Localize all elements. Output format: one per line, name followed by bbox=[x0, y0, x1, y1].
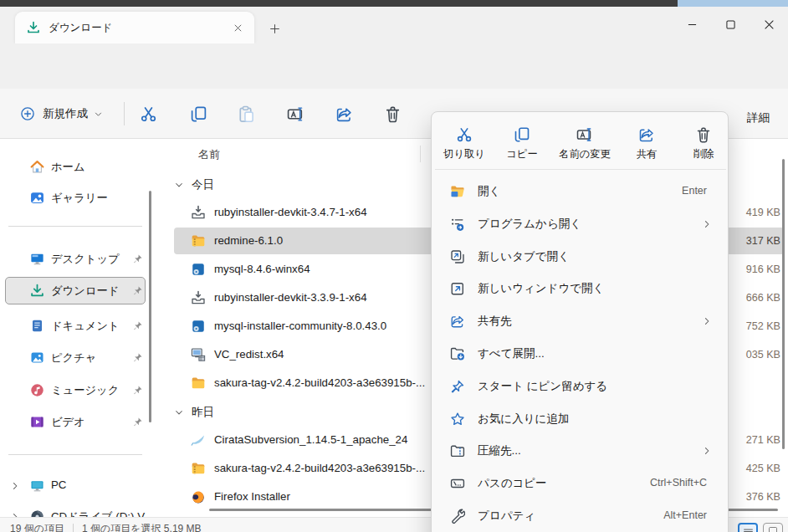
menu-item-shortcut: Enter bbox=[682, 185, 707, 197]
sidebar-item-home[interactable]: ホーム bbox=[0, 153, 156, 182]
menu-item-favorite[interactable]: お気に入りに追加 bbox=[436, 403, 725, 435]
menu-item-extract[interactable]: すべて展開... bbox=[436, 338, 725, 370]
share-icon bbox=[335, 105, 353, 123]
menu-item-label: 新しいウィンドウで開く bbox=[478, 281, 604, 296]
pin-icon bbox=[132, 253, 143, 264]
expand-chevron-icon[interactable] bbox=[10, 481, 20, 491]
menu-item-label: 開く bbox=[478, 184, 500, 199]
menu-command-label: 名前の変更 bbox=[559, 147, 611, 161]
copy-icon bbox=[190, 105, 207, 123]
menu-item-label: お気に入りに追加 bbox=[478, 412, 569, 427]
menu-item-new-window[interactable]: 新しいウィンドウで開く bbox=[436, 273, 725, 304]
documents-icon bbox=[30, 319, 44, 333]
music-icon bbox=[30, 383, 44, 397]
tab-close-button[interactable] bbox=[228, 18, 248, 38]
menu-item-label: パスのコピー bbox=[478, 476, 547, 491]
menu-item-properties[interactable]: プロパティAlt+Enter bbox=[436, 500, 725, 532]
file-explorer-window: { "tab": { "title": "ダウンロード" }, "nav": {… bbox=[0, 0, 788, 532]
sidebar-item-music[interactable]: ミュージック bbox=[0, 376, 156, 405]
file-size: 752 KB bbox=[746, 320, 780, 332]
file-group-header[interactable]: 昨日 bbox=[174, 398, 214, 426]
menu-command-cut[interactable]: 切り取り bbox=[438, 120, 490, 167]
menu-item-shortcut: Ctrl+Shift+C bbox=[650, 477, 707, 489]
menu-item-share[interactable]: 共有先 bbox=[436, 305, 725, 337]
delete-button[interactable] bbox=[376, 99, 409, 129]
menu-command-label: コピー bbox=[506, 147, 537, 161]
delete-icon bbox=[695, 126, 712, 143]
sidebar-item-label: デスクトップ bbox=[51, 252, 120, 267]
menu-command-rename[interactable]: 名前の変更 bbox=[554, 120, 616, 167]
submenu-chevron-icon bbox=[702, 219, 712, 229]
maximize-icon bbox=[726, 20, 735, 29]
chevron-down-icon bbox=[94, 110, 103, 119]
close-button[interactable] bbox=[750, 8, 788, 40]
rename-button[interactable] bbox=[279, 99, 312, 129]
window-controls bbox=[673, 8, 788, 40]
sidebar-scrollbar[interactable] bbox=[149, 191, 151, 422]
details-view-button[interactable] bbox=[738, 523, 758, 532]
details-pane-label[interactable]: 詳細 bbox=[747, 110, 770, 125]
menu-command-delete[interactable]: 削除 bbox=[681, 120, 726, 167]
tab-downloads[interactable]: ダウンロード bbox=[15, 12, 254, 43]
menu-item-label: 新しいタブで開く bbox=[478, 249, 570, 264]
menu-item-open-folder[interactable]: 開くEnter bbox=[436, 176, 725, 207]
copy-icon bbox=[514, 126, 530, 143]
pin-icon bbox=[132, 385, 143, 396]
pc-icon bbox=[30, 478, 44, 493]
menu-command-share[interactable]: 共有 bbox=[621, 120, 673, 167]
submenu-chevron-icon bbox=[702, 316, 712, 326]
file-list-vertical-scrollbar[interactable] bbox=[782, 159, 785, 449]
sidebar-item-videos[interactable]: ビデオ bbox=[0, 408, 156, 437]
file-group-label: 今日 bbox=[192, 177, 214, 192]
sidebar-item-label: ホーム bbox=[51, 160, 85, 175]
sidebar-item-desktop[interactable]: デスクトップ bbox=[0, 245, 156, 274]
sidebar-item-pictures[interactable]: ピクチャ bbox=[0, 344, 156, 372]
file-group-header[interactable]: 今日 bbox=[174, 171, 214, 198]
desktop-edge-strip bbox=[0, 0, 788, 7]
menu-item-label: すべて展開... bbox=[478, 346, 545, 361]
file-size: 425 KB bbox=[746, 463, 780, 474]
menu-item-pin-start[interactable]: スタート にピン留めする bbox=[436, 371, 725, 402]
copy-button[interactable] bbox=[182, 99, 215, 129]
file-name: CirataSubversion_1.14.5-1_apache_24 bbox=[214, 433, 407, 446]
share-button[interactable] bbox=[327, 99, 361, 129]
cut-button[interactable] bbox=[131, 99, 165, 129]
menu-item-compress[interactable]: 圧縮先... bbox=[436, 435, 725, 467]
menu-item-new-tab[interactable]: 新しいタブで開く bbox=[436, 241, 725, 273]
file-name: rubyinstaller-devkit-3.3.9-1-x64 bbox=[214, 291, 367, 304]
menu-item-copy-path[interactable]: パスのコピーCtrl+Shift+C bbox=[436, 468, 725, 499]
column-header-name[interactable]: 名前 bbox=[198, 147, 220, 162]
menu-command-copy[interactable]: コピー bbox=[496, 120, 548, 167]
videos-icon bbox=[30, 415, 44, 429]
new-item-label: 新規作成 bbox=[43, 106, 88, 121]
selection-info: 1 個の項目を選択 5.19 MB bbox=[82, 522, 202, 532]
zip-icon bbox=[191, 233, 206, 248]
file-size: 271 KB bbox=[746, 434, 780, 446]
pin-icon bbox=[132, 352, 143, 363]
rename-icon bbox=[287, 105, 304, 123]
minimize-button[interactable] bbox=[673, 8, 711, 40]
cut-icon bbox=[456, 126, 473, 143]
copy-path-icon bbox=[450, 476, 465, 491]
new-item-button[interactable]: 新規作成 bbox=[13, 100, 110, 127]
sidebar-item-label: ミュージック bbox=[51, 383, 119, 398]
sidebar-item-gallery[interactable]: ギャラリー bbox=[0, 184, 156, 212]
sidebar-item-documents[interactable]: ドキュメント bbox=[0, 312, 156, 340]
properties-icon bbox=[450, 509, 465, 524]
column-divider[interactable] bbox=[420, 146, 421, 162]
large-icons-view-button[interactable] bbox=[763, 523, 783, 532]
new-tab-button[interactable] bbox=[264, 18, 284, 38]
new-window-icon bbox=[450, 281, 465, 296]
mysql-icon bbox=[191, 262, 206, 277]
menu-command-label: 切り取り bbox=[443, 147, 485, 161]
pin-icon bbox=[132, 417, 143, 427]
favorite-icon bbox=[450, 412, 465, 427]
maximize-button[interactable] bbox=[711, 8, 750, 40]
file-size: 376 KB bbox=[746, 491, 780, 503]
sidebar-item-pc[interactable]: PC bbox=[0, 472, 156, 500]
paste-button[interactable] bbox=[229, 99, 263, 129]
sidebar-item-download[interactable]: ダウンロード bbox=[0, 277, 156, 305]
menu-item-open-with[interactable]: プログラムから開く bbox=[436, 208, 725, 240]
item-count: 19 個の項目 bbox=[10, 522, 64, 532]
status-divider bbox=[73, 524, 74, 532]
